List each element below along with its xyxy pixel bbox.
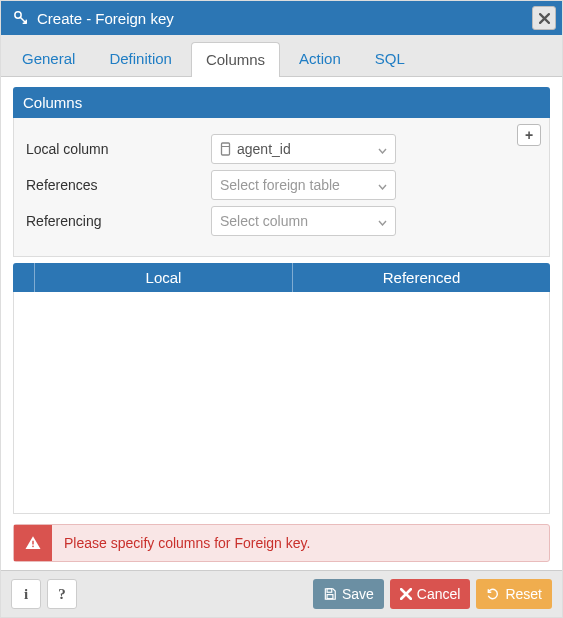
cancel-button-label: Cancel [417,586,461,602]
tab-general[interactable]: General [7,41,90,76]
dialog-footer: i ? Save Cancel Reset [1,570,562,617]
reset-icon [486,587,500,601]
select-references[interactable]: Select foreign table [211,170,396,200]
caret-down-icon [378,177,387,193]
save-icon [323,587,337,601]
columns-table-body [13,292,550,514]
question-icon: ? [58,586,66,603]
label-local-column: Local column [26,141,211,157]
warning-icon [14,525,52,561]
table-gutter [13,263,35,292]
select-local-column[interactable]: agent_id [211,134,396,164]
close-button[interactable] [532,6,556,30]
dialog-header: Create - Foreign key [1,1,562,35]
foreign-key-dialog: Create - Foreign key General Definition … [0,0,563,618]
plus-icon: + [525,127,533,143]
label-referencing: Referencing [26,213,211,229]
save-button-label: Save [342,586,374,602]
cancel-button[interactable]: Cancel [390,579,471,609]
caret-down-icon [378,213,387,229]
row-referencing: Referencing Select column [26,206,537,236]
cancel-icon [400,588,412,600]
tab-columns[interactable]: Columns [191,42,280,77]
foreign-key-icon [11,8,31,28]
close-icon [539,10,550,27]
info-button[interactable]: i [11,579,41,609]
section-header: Columns [13,87,550,118]
select-referencing[interactable]: Select column [211,206,396,236]
info-icon: i [24,586,28,603]
caret-down-icon [378,141,387,157]
columns-table-header: Local Referenced [13,263,550,292]
column-header-local: Local [35,263,293,292]
row-references: References Select foreign table [26,170,537,200]
select-local-column-value: agent_id [237,141,378,157]
tab-sql[interactable]: SQL [360,41,420,76]
dialog-title: Create - Foreign key [37,10,174,27]
add-column-button[interactable]: + [517,124,541,146]
reset-button-label: Reset [505,586,542,602]
save-button[interactable]: Save [313,579,384,609]
svg-rect-3 [32,541,34,545]
svg-rect-1 [222,143,230,155]
svg-rect-6 [327,595,333,599]
form-area: + Local column agent_id References Se [13,118,550,257]
help-button[interactable]: ? [47,579,77,609]
select-references-placeholder: Select foreign table [220,177,378,193]
tab-action[interactable]: Action [284,41,356,76]
error-alert: Please specify columns for Foreign key. [13,524,550,562]
tab-bar: General Definition Columns Action SQL [1,35,562,77]
alert-message: Please specify columns for Foreign key. [52,525,322,561]
column-header-referenced: Referenced [293,263,550,292]
label-references: References [26,177,211,193]
svg-rect-4 [32,546,34,548]
svg-rect-5 [327,589,332,593]
select-referencing-placeholder: Select column [220,213,378,229]
dialog-body: Columns + Local column agent_id Refe [1,77,562,524]
tab-definition[interactable]: Definition [94,41,187,76]
row-local-column: Local column agent_id [26,134,537,164]
reset-button[interactable]: Reset [476,579,552,609]
column-icon [220,142,231,156]
